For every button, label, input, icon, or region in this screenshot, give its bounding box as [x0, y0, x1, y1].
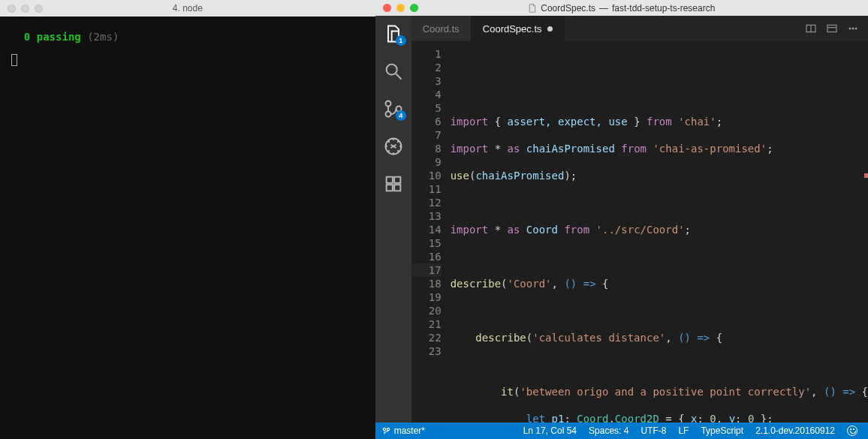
- line-number: 19: [411, 290, 442, 304]
- line-number: 13: [411, 209, 442, 223]
- split-editor-icon[interactable]: [805, 23, 817, 35]
- line-number: 8: [411, 142, 442, 155]
- explorer-icon[interactable]: 1: [383, 23, 404, 44]
- code-line: import { assert, expect, use } from 'cha…: [451, 115, 868, 128]
- svg-point-1: [385, 101, 390, 107]
- status-eol[interactable]: LF: [672, 422, 695, 439]
- title-filename: CoordSpec.ts: [541, 3, 595, 14]
- line-number: 18: [411, 277, 442, 290]
- code-line: describe('calculates distance', () => {: [451, 331, 868, 344]
- code-line: [451, 250, 868, 263]
- line-gutter: 1 2 3 4 5 6 7 8 9 10 11 12 13 14: [411, 41, 451, 422]
- passing-time: (2ms): [87, 31, 119, 43]
- vscode-titlebar[interactable]: CoordSpec.ts — fast-tdd-setup-ts-researc…: [375, 0, 868, 16]
- layout-icon[interactable]: [826, 23, 838, 35]
- line-number: 9: [411, 155, 442, 169]
- svg-rect-8: [394, 185, 400, 191]
- terminal-window: 4. node 0 passing (2ms): [0, 0, 375, 439]
- title-project: fast-tdd-setup-ts-research: [612, 3, 715, 14]
- svg-point-11: [849, 28, 851, 29]
- status-spaces[interactable]: Spaces: 4: [583, 422, 634, 439]
- line-number: 12: [411, 196, 442, 209]
- code-content[interactable]: import { assert, expect, use } from 'cha…: [451, 41, 868, 422]
- activity-bar: 1 4: [375, 16, 411, 422]
- line-number: 20: [411, 304, 442, 317]
- svg-point-2: [385, 112, 390, 117]
- debug-icon[interactable]: [383, 136, 404, 157]
- line-number: 21: [411, 317, 442, 331]
- terminal-output-line: 0 passing (2ms): [11, 30, 371, 45]
- code-editor[interactable]: 1 2 3 4 5 6 7 8 9 10 11 12 13 14: [411, 41, 868, 422]
- line-number: 3: [411, 74, 442, 88]
- svg-point-0: [386, 65, 396, 75]
- search-icon[interactable]: [383, 61, 404, 82]
- title-separator: —: [599, 3, 608, 14]
- code-line: [451, 61, 868, 74]
- tab-label: CoordSpec.ts: [483, 23, 542, 35]
- tab-label: Coord.ts: [423, 23, 460, 35]
- passing-label: passing: [37, 31, 81, 43]
- code-line: it('between origo and a positive point c…: [451, 385, 868, 398]
- line-number: 15: [411, 236, 442, 250]
- code-line: import * as chaiAsPromised from 'chai-as…: [451, 142, 868, 155]
- line-number: 2: [411, 61, 442, 74]
- dirty-indicator-icon: [547, 26, 553, 32]
- source-control-icon[interactable]: 4: [383, 98, 404, 119]
- passing-count: 0: [24, 31, 30, 43]
- status-bar: master* Ln 17, Col 54 Spaces: 4 UTF-8 LF…: [375, 422, 868, 439]
- line-number: 17: [411, 263, 442, 277]
- line-number: 14: [411, 223, 442, 236]
- line-number: 16: [411, 250, 442, 263]
- svg-rect-7: [386, 185, 392, 191]
- more-icon[interactable]: [847, 23, 859, 35]
- git-branch-icon: [381, 426, 391, 436]
- terminal-title: 4. node: [0, 3, 375, 14]
- extensions-icon[interactable]: [383, 173, 404, 194]
- vscode-window: CoordSpec.ts — fast-tdd-setup-ts-researc…: [375, 0, 868, 439]
- vscode-title: CoordSpec.ts — fast-tdd-setup-ts-researc…: [375, 3, 868, 14]
- smiley-icon: [847, 425, 857, 436]
- line-number: 7: [411, 128, 442, 142]
- line-number: 23: [411, 344, 442, 358]
- status-branch[interactable]: master*: [375, 422, 431, 439]
- status-position[interactable]: Ln 17, Col 54: [517, 422, 583, 439]
- editor-actions: [805, 16, 868, 41]
- status-language[interactable]: TypeScript: [695, 422, 749, 439]
- line-number: 5: [411, 101, 442, 115]
- line-number: 4: [411, 88, 442, 101]
- terminal-titlebar[interactable]: 4. node: [0, 0, 375, 17]
- explorer-badge: 1: [396, 35, 406, 46]
- code-line: let p1: Coord.Coord2D = { x: 0, y: 0 };: [451, 412, 868, 422]
- line-number: 1: [411, 47, 442, 61]
- tab-coord[interactable]: Coord.ts: [411, 16, 472, 41]
- svg-point-12: [852, 28, 854, 29]
- line-number: 22: [411, 331, 442, 344]
- terminal-cursor: [11, 54, 17, 66]
- line-number: 6: [411, 115, 442, 128]
- file-icon: [528, 4, 537, 13]
- terminal-body[interactable]: 0 passing (2ms): [0, 17, 375, 439]
- svg-rect-10: [827, 25, 836, 32]
- svg-rect-6: [394, 177, 400, 183]
- code-line: import * as Coord from '../src/Coord';: [451, 223, 868, 236]
- svg-point-13: [855, 28, 857, 29]
- scm-badge: 4: [396, 110, 406, 121]
- code-line: use(chaiAsPromised);: [451, 169, 868, 182]
- code-line: describe('Coord', () => {: [451, 277, 868, 290]
- code-line: [451, 196, 868, 209]
- status-ts-version[interactable]: 2.1.0-dev.20160912: [749, 422, 841, 439]
- status-feedback[interactable]: [841, 422, 868, 439]
- code-line: [451, 88, 868, 101]
- svg-rect-5: [386, 177, 392, 183]
- branch-name: master*: [394, 425, 425, 436]
- line-number: 11: [411, 182, 442, 196]
- status-encoding[interactable]: UTF-8: [634, 422, 672, 439]
- code-line: [451, 304, 868, 317]
- tab-coordspec[interactable]: CoordSpec.ts: [472, 16, 565, 41]
- overview-ruler-error: [864, 173, 868, 178]
- editor-tabs: Coord.ts CoordSpec.ts: [411, 16, 868, 41]
- line-number: 10: [411, 169, 442, 182]
- code-line: [451, 358, 868, 371]
